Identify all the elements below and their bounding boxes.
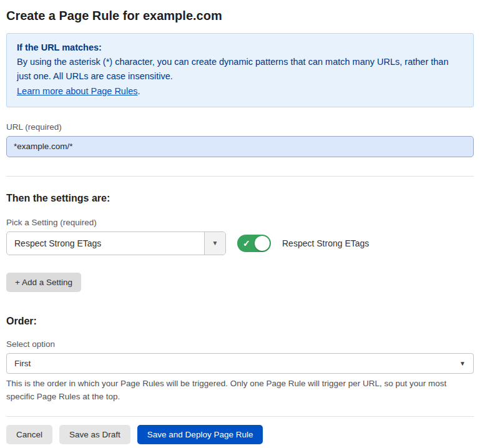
check-icon: ✓ [243,239,250,248]
order-heading: Order: [6,316,474,327]
url-field-label: URL (required) [6,122,474,132]
page-title: Create a Page Rule for example.com [6,6,474,33]
info-box-body: By using the asterisk (*) character, you… [17,55,463,84]
chevron-down-icon: ▼ [459,360,466,367]
page-rule-form: Create a Page Rule for example.com If th… [0,0,480,448]
setting-select-arrow-segment[interactable]: ▼ [204,232,225,255]
url-section: URL (required) [6,122,474,157]
etags-toggle[interactable]: ✓ [237,235,271,252]
add-setting-button[interactable]: + Add a Setting [6,273,81,292]
pick-setting-label: Pick a Setting (required) [6,218,474,227]
section-divider [6,176,474,177]
cancel-button[interactable]: Cancel [6,425,52,444]
url-input[interactable] [6,136,474,157]
url-matches-info-box: If the URL matches: By using the asteris… [6,33,474,107]
toggle-label: Respect Strong ETags [282,238,369,248]
toggle-knob [255,236,270,251]
info-box-link-line: Learn more about Page Rules. [17,84,463,99]
info-box-heading: If the URL matches: [17,41,463,55]
setting-select-value: Respect Strong ETags [7,232,204,255]
order-select-value: First [14,359,31,368]
settings-section: Then the settings are: Pick a Setting (r… [6,193,474,292]
save-draft-button[interactable]: Save as Draft [59,425,130,444]
order-select-label: Select option [6,339,474,349]
setting-row: Respect Strong ETags ▼ ✓ Respect Strong … [6,231,474,255]
order-select[interactable]: First ▼ [6,353,474,374]
dropdown-arrow-icon: ▼ [212,240,218,246]
link-suffix: . [137,86,140,96]
settings-heading: Then the settings are: [6,193,474,204]
footer-actions: Cancel Save as Draft Save and Deploy Pag… [6,416,474,444]
save-deploy-button[interactable]: Save and Deploy Page Rule [137,425,263,444]
learn-more-link[interactable]: Learn more about Page Rules [17,86,137,96]
order-help-text: This is the order in which your Page Rul… [6,377,471,404]
order-section: Order: Select option First ▼ This is the… [6,316,474,404]
setting-select[interactable]: Respect Strong ETags ▼ [6,231,226,255]
